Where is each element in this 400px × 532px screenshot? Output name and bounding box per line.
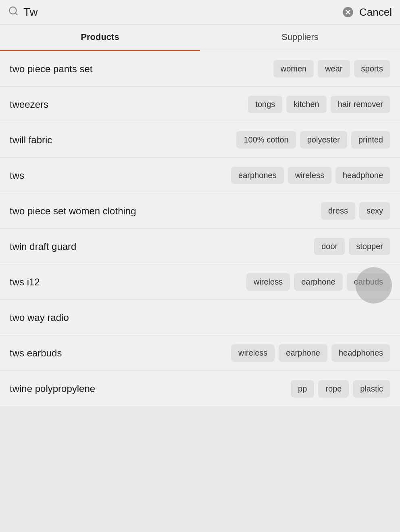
tag[interactable]: hair remover bbox=[331, 96, 390, 113]
result-main-text: twine polypropylene bbox=[10, 383, 95, 394]
svg-line-1 bbox=[15, 13, 17, 15]
tab-suppliers[interactable]: Suppliers bbox=[200, 25, 400, 51]
tabs-bar: Products Suppliers bbox=[0, 25, 400, 51]
tag[interactable]: wireless bbox=[231, 344, 275, 362]
result-row[interactable]: twill fabric100% cottonpolyesterprinted bbox=[0, 122, 400, 158]
tag[interactable]: polyester bbox=[300, 131, 347, 149]
tag[interactable]: sports bbox=[354, 60, 390, 77]
tag[interactable]: headphone bbox=[335, 167, 390, 184]
tag[interactable]: wireless bbox=[246, 273, 290, 291]
result-row[interactable]: twine polypropyleneppropeplastic bbox=[0, 371, 400, 406]
result-main-text: twin draft guard bbox=[10, 241, 90, 252]
tag[interactable]: pp bbox=[291, 380, 314, 398]
tag[interactable]: rope bbox=[318, 380, 349, 398]
tag[interactable]: headphones bbox=[331, 344, 390, 362]
result-tags: ppropeplastic bbox=[102, 380, 390, 398]
result-main-text: tws bbox=[10, 170, 90, 181]
result-tags: dresssexy bbox=[143, 202, 391, 220]
cancel-button[interactable]: Cancel bbox=[359, 6, 392, 19]
result-main-text: tweezers bbox=[10, 99, 90, 110]
tag[interactable]: sexy bbox=[359, 202, 390, 220]
result-main-text: two way radio bbox=[10, 312, 90, 323]
result-row[interactable]: two piece pants setwomenwearsports bbox=[0, 51, 400, 87]
result-main-text: two piece pants set bbox=[10, 63, 92, 75]
tag[interactable]: wireless bbox=[288, 167, 331, 184]
tag[interactable]: 100% cotton bbox=[236, 131, 296, 149]
result-tags: earphoneswirelessheadphone bbox=[97, 167, 390, 184]
tag[interactable]: printed bbox=[351, 131, 390, 149]
tag[interactable]: plastic bbox=[353, 380, 390, 398]
result-row[interactable]: tweezerstongskitchenhair remover bbox=[0, 87, 400, 122]
results-list: two piece pants setwomenwearsportstweeze… bbox=[0, 51, 400, 406]
result-main-text: two piece set women clothing bbox=[10, 205, 136, 217]
result-tags: wirelessearphoneheadphones bbox=[97, 344, 390, 362]
tag[interactable]: earphones bbox=[231, 167, 284, 184]
result-tags: doorstopper bbox=[97, 238, 390, 255]
tag[interactable]: wear bbox=[318, 60, 350, 77]
tag[interactable]: women bbox=[273, 60, 314, 77]
result-row[interactable]: twsearphoneswirelessheadphone bbox=[0, 158, 400, 193]
tag[interactable]: earbuds bbox=[347, 273, 390, 291]
search-input[interactable] bbox=[23, 6, 337, 19]
result-tags: tongskitchenhair remover bbox=[97, 96, 390, 113]
result-tags: wirelessearphoneearbuds bbox=[97, 273, 390, 291]
result-row[interactable]: two way radio bbox=[0, 300, 400, 335]
result-main-text: tws earbuds bbox=[10, 348, 90, 359]
result-row[interactable]: twin draft guarddoorstopper bbox=[0, 229, 400, 264]
tag[interactable]: kitchen bbox=[286, 96, 326, 113]
result-row[interactable]: tws earbudswirelessearphoneheadphones bbox=[0, 335, 400, 371]
tag[interactable]: door bbox=[314, 238, 345, 255]
result-row[interactable]: tws i12wirelessearphoneearbuds bbox=[0, 264, 400, 300]
tag[interactable]: earphone bbox=[279, 344, 327, 362]
clear-button[interactable] bbox=[342, 6, 354, 19]
tag[interactable]: stopper bbox=[349, 238, 390, 255]
search-icon bbox=[8, 6, 19, 19]
result-tags: womenwearsports bbox=[99, 60, 390, 77]
tab-products[interactable]: Products bbox=[0, 25, 200, 51]
result-tags: 100% cottonpolyesterprinted bbox=[97, 131, 390, 149]
tag[interactable]: dress bbox=[321, 202, 355, 220]
tag[interactable]: tongs bbox=[248, 96, 282, 113]
result-main-text: tws i12 bbox=[10, 276, 90, 288]
search-bar: Cancel bbox=[0, 0, 400, 25]
result-row[interactable]: two piece set women clothingdresssexy bbox=[0, 193, 400, 229]
tag[interactable]: earphone bbox=[294, 273, 343, 291]
result-main-text: twill fabric bbox=[10, 134, 90, 146]
